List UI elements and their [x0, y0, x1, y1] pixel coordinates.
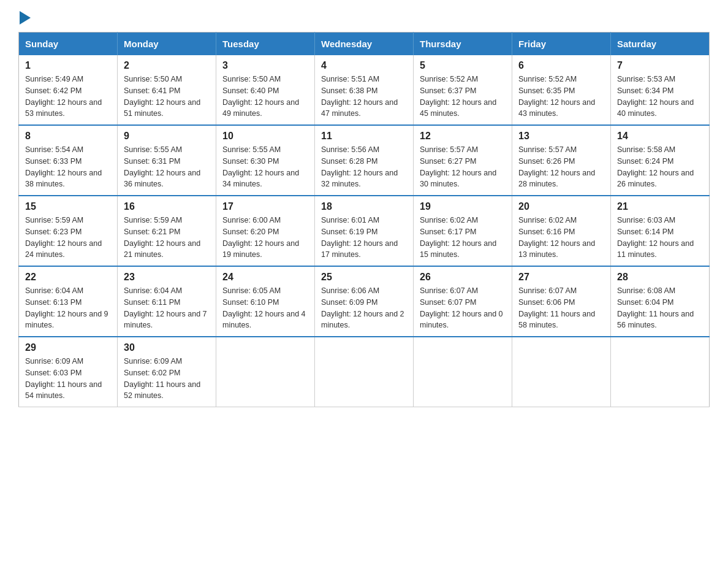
calendar-day-cell: 2 Sunrise: 5:50 AMSunset: 6:41 PMDayligh… [118, 55, 216, 125]
day-info: Sunrise: 5:51 AMSunset: 6:38 PMDaylight:… [321, 74, 407, 120]
calendar-day-cell: 11 Sunrise: 5:56 AMSunset: 6:28 PMDaylig… [315, 125, 414, 196]
day-info: Sunrise: 6:09 AMSunset: 6:03 PMDaylight:… [25, 356, 111, 402]
day-number: 2 [124, 60, 210, 71]
weekday-header-sunday: Sunday [19, 33, 118, 56]
calendar-day-cell [512, 337, 611, 407]
calendar-day-cell: 15 Sunrise: 5:59 AMSunset: 6:23 PMDaylig… [19, 196, 118, 266]
day-number: 4 [321, 60, 407, 71]
calendar-day-cell: 13 Sunrise: 5:57 AMSunset: 6:26 PMDaylig… [512, 125, 611, 196]
calendar-day-cell: 19 Sunrise: 6:02 AMSunset: 6:17 PMDaylig… [414, 196, 512, 266]
weekday-header-saturday: Saturday [611, 33, 710, 56]
day-info: Sunrise: 5:57 AMSunset: 6:27 PMDaylight:… [420, 144, 506, 190]
day-number: 30 [124, 342, 210, 353]
calendar-week-row: 15 Sunrise: 5:59 AMSunset: 6:23 PMDaylig… [19, 196, 710, 266]
calendar-day-cell: 20 Sunrise: 6:02 AMSunset: 6:16 PMDaylig… [512, 196, 611, 266]
day-number: 23 [124, 272, 210, 283]
calendar-day-cell: 28 Sunrise: 6:08 AMSunset: 6:04 PMDaylig… [611, 266, 710, 337]
calendar-day-cell [414, 337, 512, 407]
day-number: 1 [25, 60, 111, 71]
day-info: Sunrise: 5:58 AMSunset: 6:24 PMDaylight:… [617, 144, 703, 190]
logo [18, 12, 31, 21]
day-number: 22 [25, 272, 111, 283]
logo-arrow-icon [20, 11, 31, 25]
calendar-day-cell: 3 Sunrise: 5:50 AMSunset: 6:40 PMDayligh… [216, 55, 315, 125]
day-number: 11 [321, 131, 407, 142]
calendar-day-cell [216, 337, 315, 407]
calendar-day-cell: 25 Sunrise: 6:06 AMSunset: 6:09 PMDaylig… [315, 266, 414, 337]
day-number: 9 [124, 131, 210, 142]
day-number: 10 [222, 131, 308, 142]
day-info: Sunrise: 6:01 AMSunset: 6:19 PMDaylight:… [321, 215, 407, 261]
weekday-header-wednesday: Wednesday [315, 33, 414, 56]
day-number: 16 [124, 201, 210, 212]
day-info: Sunrise: 5:54 AMSunset: 6:33 PMDaylight:… [25, 144, 111, 190]
calendar-week-row: 22 Sunrise: 6:04 AMSunset: 6:13 PMDaylig… [19, 266, 710, 337]
day-info: Sunrise: 5:59 AMSunset: 6:23 PMDaylight:… [25, 215, 111, 261]
calendar-day-cell: 24 Sunrise: 6:05 AMSunset: 6:10 PMDaylig… [216, 266, 315, 337]
day-info: Sunrise: 5:50 AMSunset: 6:41 PMDaylight:… [124, 74, 210, 120]
calendar-day-cell [611, 337, 710, 407]
weekday-header-tuesday: Tuesday [216, 33, 315, 56]
day-info: Sunrise: 5:57 AMSunset: 6:26 PMDaylight:… [518, 144, 604, 190]
calendar-day-cell: 22 Sunrise: 6:04 AMSunset: 6:13 PMDaylig… [19, 266, 118, 337]
day-info: Sunrise: 5:55 AMSunset: 6:30 PMDaylight:… [222, 144, 308, 190]
weekday-header-row: SundayMondayTuesdayWednesdayThursdayFrid… [19, 33, 710, 56]
day-number: 29 [25, 342, 111, 353]
calendar-day-cell: 18 Sunrise: 6:01 AMSunset: 6:19 PMDaylig… [315, 196, 414, 266]
day-info: Sunrise: 5:55 AMSunset: 6:31 PMDaylight:… [124, 144, 210, 190]
calendar-day-cell: 23 Sunrise: 6:04 AMSunset: 6:11 PMDaylig… [118, 266, 216, 337]
calendar-day-cell: 12 Sunrise: 5:57 AMSunset: 6:27 PMDaylig… [414, 125, 512, 196]
day-number: 6 [518, 60, 604, 71]
day-info: Sunrise: 5:52 AMSunset: 6:37 PMDaylight:… [420, 74, 506, 120]
day-info: Sunrise: 6:04 AMSunset: 6:11 PMDaylight:… [124, 285, 210, 331]
calendar-day-cell: 9 Sunrise: 5:55 AMSunset: 6:31 PMDayligh… [118, 125, 216, 196]
calendar-day-cell: 26 Sunrise: 6:07 AMSunset: 6:07 PMDaylig… [414, 266, 512, 337]
day-number: 26 [420, 272, 506, 283]
day-info: Sunrise: 5:49 AMSunset: 6:42 PMDaylight:… [25, 74, 111, 120]
day-number: 21 [617, 201, 703, 212]
calendar-day-cell: 17 Sunrise: 6:00 AMSunset: 6:20 PMDaylig… [216, 196, 315, 266]
calendar-day-cell: 16 Sunrise: 5:59 AMSunset: 6:21 PMDaylig… [118, 196, 216, 266]
day-number: 25 [321, 272, 407, 283]
calendar-day-cell: 4 Sunrise: 5:51 AMSunset: 6:38 PMDayligh… [315, 55, 414, 125]
day-info: Sunrise: 5:50 AMSunset: 6:40 PMDaylight:… [222, 74, 308, 120]
calendar-week-row: 8 Sunrise: 5:54 AMSunset: 6:33 PMDayligh… [19, 125, 710, 196]
day-number: 24 [222, 272, 308, 283]
day-info: Sunrise: 6:00 AMSunset: 6:20 PMDaylight:… [222, 215, 308, 261]
day-info: Sunrise: 6:05 AMSunset: 6:10 PMDaylight:… [222, 285, 308, 331]
day-info: Sunrise: 5:52 AMSunset: 6:35 PMDaylight:… [518, 74, 604, 120]
weekday-header-friday: Friday [512, 33, 611, 56]
calendar-day-cell: 10 Sunrise: 5:55 AMSunset: 6:30 PMDaylig… [216, 125, 315, 196]
svg-marker-0 [20, 11, 31, 25]
calendar-day-cell: 8 Sunrise: 5:54 AMSunset: 6:33 PMDayligh… [19, 125, 118, 196]
day-number: 27 [518, 272, 604, 283]
day-number: 13 [518, 131, 604, 142]
calendar-week-row: 29 Sunrise: 6:09 AMSunset: 6:03 PMDaylig… [19, 337, 710, 407]
day-number: 5 [420, 60, 506, 71]
day-number: 3 [222, 60, 308, 71]
day-number: 12 [420, 131, 506, 142]
calendar-day-cell: 27 Sunrise: 6:07 AMSunset: 6:06 PMDaylig… [512, 266, 611, 337]
day-info: Sunrise: 6:09 AMSunset: 6:02 PMDaylight:… [124, 356, 210, 402]
day-info: Sunrise: 5:56 AMSunset: 6:28 PMDaylight:… [321, 144, 407, 190]
day-number: 14 [617, 131, 703, 142]
page-header [18, 12, 710, 21]
day-number: 18 [321, 201, 407, 212]
day-number: 19 [420, 201, 506, 212]
calendar-day-cell [315, 337, 414, 407]
day-number: 7 [617, 60, 703, 71]
day-info: Sunrise: 6:07 AMSunset: 6:07 PMDaylight:… [420, 285, 506, 331]
calendar-table: SundayMondayTuesdayWednesdayThursdayFrid… [18, 32, 710, 407]
weekday-header-monday: Monday [118, 33, 216, 56]
day-number: 28 [617, 272, 703, 283]
day-info: Sunrise: 5:53 AMSunset: 6:34 PMDaylight:… [617, 74, 703, 120]
day-number: 17 [222, 201, 308, 212]
day-info: Sunrise: 6:02 AMSunset: 6:17 PMDaylight:… [420, 215, 506, 261]
weekday-header-thursday: Thursday [414, 33, 512, 56]
calendar-day-cell: 30 Sunrise: 6:09 AMSunset: 6:02 PMDaylig… [118, 337, 216, 407]
calendar-day-cell: 1 Sunrise: 5:49 AMSunset: 6:42 PMDayligh… [19, 55, 118, 125]
day-info: Sunrise: 6:02 AMSunset: 6:16 PMDaylight:… [518, 215, 604, 261]
day-info: Sunrise: 6:07 AMSunset: 6:06 PMDaylight:… [518, 285, 604, 331]
calendar-day-cell: 7 Sunrise: 5:53 AMSunset: 6:34 PMDayligh… [611, 55, 710, 125]
calendar-day-cell: 6 Sunrise: 5:52 AMSunset: 6:35 PMDayligh… [512, 55, 611, 125]
